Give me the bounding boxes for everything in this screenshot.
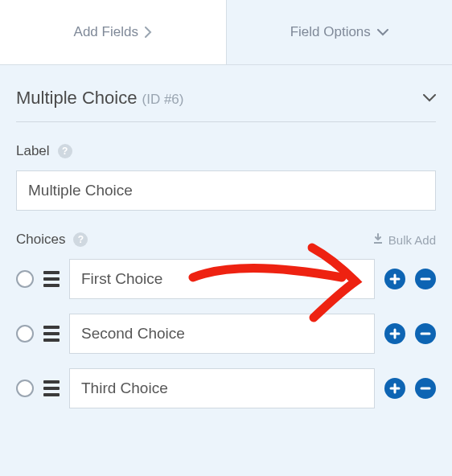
download-icon: [372, 233, 384, 247]
drag-handle-icon[interactable]: [43, 271, 60, 287]
tab-field-options[interactable]: Field Options: [227, 0, 453, 64]
label-input[interactable]: [16, 170, 436, 211]
bulk-add-label: Bulk Add: [388, 233, 436, 247]
help-icon[interactable]: ?: [58, 144, 72, 158]
bulk-add-button[interactable]: Bulk Add: [372, 233, 436, 247]
remove-choice-button[interactable]: [415, 323, 436, 344]
choice-input[interactable]: [69, 259, 375, 299]
choice-row: [16, 314, 436, 354]
tab-add-fields-label: Add Fields: [74, 24, 138, 40]
chevron-down-icon: [377, 29, 388, 36]
help-icon[interactable]: ?: [73, 232, 88, 247]
tab-add-fields[interactable]: Add Fields: [0, 0, 227, 64]
choices-section-label: Choices: [16, 232, 65, 248]
default-radio[interactable]: [16, 270, 34, 288]
label-section: Label ?: [16, 143, 436, 211]
remove-choice-button[interactable]: [415, 378, 436, 399]
default-radio[interactable]: [16, 380, 34, 397]
choice-row: [16, 368, 436, 408]
drag-handle-icon[interactable]: [43, 380, 60, 396]
panel-title: Multiple Choice (ID #6): [16, 88, 184, 109]
choices-section: Choices ? Bulk Add: [16, 232, 436, 408]
add-choice-button[interactable]: [384, 269, 405, 289]
add-choice-button[interactable]: [384, 378, 405, 399]
remove-choice-button[interactable]: [415, 269, 436, 289]
panel-header[interactable]: Multiple Choice (ID #6): [16, 88, 436, 122]
field-options-panel: Multiple Choice (ID #6) Label ? Choices …: [0, 65, 452, 431]
tab-field-options-label: Field Options: [290, 24, 371, 40]
panel-id-text: (ID #6): [142, 92, 184, 107]
add-choice-button[interactable]: [384, 323, 405, 344]
chevron-right-icon: [145, 27, 152, 38]
choice-row: [16, 259, 436, 299]
label-section-label: Label: [16, 143, 50, 159]
chevron-down-icon[interactable]: [423, 91, 436, 105]
choice-input[interactable]: [69, 368, 375, 408]
choice-input[interactable]: [69, 314, 375, 354]
panel-title-text: Multiple Choice: [16, 88, 137, 108]
default-radio[interactable]: [16, 325, 34, 343]
drag-handle-icon[interactable]: [43, 326, 60, 342]
tabs: Add Fields Field Options: [0, 0, 452, 65]
